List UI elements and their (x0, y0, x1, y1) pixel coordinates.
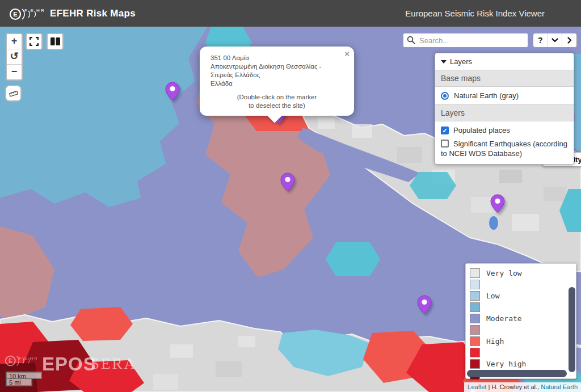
checkbox-checked-icon[interactable]: ✓ (441, 127, 449, 134)
marker-popup: × 351 00 Λαμία Αποκεντρωμένη Διοίκηση Θε… (200, 47, 354, 116)
efehr-risk-maps-app: E F E H R EFEHR Risk Maps European Seism… (0, 0, 581, 392)
legend-label: Low (486, 292, 499, 300)
attribution-authors: H. Crowley et al., (491, 383, 539, 390)
scale-control: 10 km 5 mi (6, 372, 42, 386)
ruler-icon (9, 90, 18, 97)
legend-swatch (470, 314, 480, 323)
popup-country: Ελλάδα (210, 79, 343, 88)
chevron-down-icon (551, 38, 558, 43)
legend-swatch (470, 348, 480, 357)
layer-option-label: Populated places (453, 126, 510, 134)
search-control (403, 33, 528, 48)
collapse-button[interactable] (548, 33, 563, 47)
legend-horizontal-scrollbar[interactable] (467, 370, 567, 377)
legend-label: High (486, 337, 504, 345)
base-map-option[interactable]: Natural Earth (gray) (435, 87, 574, 104)
legend-vertical-scrollbar[interactable] (569, 287, 575, 372)
legend-swatch (470, 268, 480, 278)
efehr-logo-icon: E F E H R (9, 5, 44, 22)
zoom-control: + ↺ − (6, 33, 23, 81)
popup-admin-region: Αποκεντρωμένη Διοίκηση Θεσσαλίας - Στερε… (210, 62, 343, 79)
popup-hint-line1: (Double-click on the marker (210, 93, 343, 102)
zoom-out-button[interactable]: − (7, 65, 22, 79)
popup-postal-city: 351 00 Λαμία (210, 54, 343, 62)
map-marker[interactable] (280, 172, 295, 192)
split-columns-icon (50, 37, 60, 45)
svg-text:H: H (36, 8, 40, 13)
measure-button[interactable] (5, 85, 22, 102)
map-marker[interactable] (417, 295, 432, 314)
search-icon (407, 36, 415, 44)
reset-view-button[interactable]: ↺ (7, 49, 22, 65)
radio-checked-icon[interactable] (441, 92, 449, 100)
svg-text:F: F (24, 8, 27, 13)
base-maps-section-header: Base maps (435, 70, 574, 87)
legend-swatch (470, 302, 480, 312)
fullscreen-button[interactable] (26, 33, 43, 50)
triangle-down-icon (441, 60, 447, 64)
natural-earth-link[interactable]: Natural Earth (541, 383, 578, 390)
legend-label: Moderate (486, 314, 522, 323)
legend-swatch (470, 336, 480, 346)
layer-option-significant-earthquakes[interactable]: Significant Earthquakes (according to NC… (435, 136, 574, 164)
app-header: E F E H R EFEHR Risk Maps European Seism… (0, 0, 581, 27)
popup-hint-line2: to deselect the site) (210, 102, 343, 110)
layers-section-header: Layers (435, 104, 574, 121)
legend-swatch (470, 280, 480, 289)
layers-panel: Layers Base maps Natural Earth (gray) La… (435, 53, 574, 165)
legend-swatch (470, 291, 480, 301)
base-map-option-label: Natural Earth (gray) (454, 91, 519, 100)
svg-text:E: E (31, 8, 33, 13)
leaflet-link[interactable]: Leaflet (468, 383, 486, 390)
chevron-right-icon (567, 37, 572, 44)
scale-km: 10 km (6, 372, 42, 379)
app-title: EFEHR Risk Maps (50, 8, 136, 19)
layers-panel-toggle[interactable]: Layers (435, 53, 574, 70)
legend-label: Very high (486, 360, 526, 368)
scale-mi: 5 mi (6, 379, 32, 386)
search-submit-button[interactable] (562, 33, 576, 47)
layer-option-label: Significant Earthquakes (according to NC… (441, 140, 567, 158)
help-button[interactable]: ? (533, 33, 548, 47)
fullscreen-icon (30, 37, 39, 46)
search-input[interactable] (403, 33, 528, 48)
layers-panel-title: Layers (450, 57, 472, 66)
attribution-separator: | (488, 383, 490, 390)
search-button-group: ? (533, 33, 577, 48)
map-marker[interactable] (165, 82, 180, 101)
popup-close-button[interactable]: × (344, 49, 350, 58)
map-attribution: Leaflet | H. Crowley et al., Natural Ear… (464, 382, 581, 392)
risk-legend: Very low Low Moderate High Very high (465, 263, 576, 379)
zoom-in-button[interactable]: + (7, 34, 22, 49)
page-title: European Seismic Risk Index Viewer (405, 9, 545, 18)
layer-option-populated-places[interactable]: ✓ Populated places (435, 121, 574, 136)
checkbox-unchecked-icon[interactable] (441, 140, 449, 147)
split-view-button[interactable] (47, 33, 64, 50)
svg-text:E: E (13, 11, 17, 18)
legend-rows: Very low Low Moderate High Very high (470, 267, 526, 381)
legend-label: Very low (486, 269, 522, 277)
svg-text:R: R (41, 8, 44, 13)
map-marker[interactable] (490, 194, 505, 213)
legend-swatch (470, 325, 480, 335)
legend-swatch (470, 359, 480, 369)
